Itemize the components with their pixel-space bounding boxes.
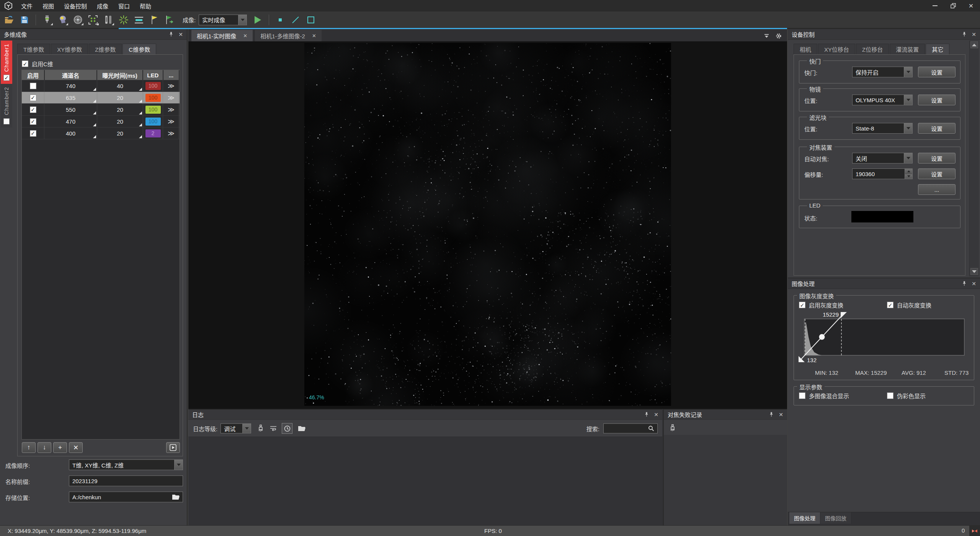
filter-set-button[interactable]: 设置 xyxy=(918,123,956,134)
log-level-select[interactable]: 调试 xyxy=(220,423,251,433)
multidim-tab-2[interactable]: XY维参数 xyxy=(51,44,88,54)
illumination-config-icon[interactable] xyxy=(55,13,70,27)
flag-go-icon[interactable] xyxy=(162,13,177,27)
minimize-button[interactable] xyxy=(926,0,944,11)
device-tab-3[interactable]: Z位移台 xyxy=(856,44,889,54)
pseudo-color-checkbox[interactable] xyxy=(887,392,893,399)
close-panel-icon[interactable]: ✕ xyxy=(178,32,183,37)
black-point-handle[interactable] xyxy=(799,356,805,362)
channel-row-740[interactable]: 74040100≫ xyxy=(22,80,180,92)
draw-line-tool[interactable] xyxy=(288,13,303,27)
menu-item-4[interactable]: 成像 xyxy=(92,0,113,11)
led-intensity-badge[interactable]: 100 xyxy=(145,94,161,102)
tab-close-icon[interactable]: ✕ xyxy=(312,33,316,39)
column-header-5[interactable]: ... xyxy=(163,70,179,80)
white-point-handle[interactable] xyxy=(841,312,847,318)
channel-name-cell[interactable]: 550 xyxy=(44,104,97,115)
pin-icon[interactable] xyxy=(168,31,174,37)
objective-select[interactable]: OLYMPUS 40X xyxy=(852,95,913,105)
filter-block-config-icon[interactable] xyxy=(101,13,116,27)
menu-item-6[interactable]: 帮助 xyxy=(135,0,156,11)
move-down-button[interactable]: ↓ xyxy=(38,442,51,453)
led-intensity-badge[interactable]: 100 xyxy=(145,118,161,126)
run-channel-button[interactable] xyxy=(166,442,180,453)
channel-row-470[interactable]: 47020100≫ xyxy=(22,116,180,127)
image-viewport[interactable]: 46.7% xyxy=(188,41,787,409)
channel-name-cell[interactable]: 740 xyxy=(44,80,97,92)
pin-icon[interactable] xyxy=(769,412,774,417)
add-channel-button[interactable]: + xyxy=(53,442,67,453)
camera-aperture-icon[interactable] xyxy=(70,13,85,27)
exposure-cell[interactable]: 20 xyxy=(97,116,143,127)
pin-icon[interactable] xyxy=(962,31,967,37)
save-icon[interactable] xyxy=(17,13,32,27)
device-tab-5[interactable]: 其它 xyxy=(926,44,949,54)
offset-decrement[interactable] xyxy=(905,174,912,179)
offset-increment[interactable] xyxy=(905,169,912,174)
imaging-order-dropdown-arrow[interactable] xyxy=(174,460,183,470)
row-enable-checkbox[interactable] xyxy=(30,83,36,89)
draw-point-tool[interactable] xyxy=(273,13,288,27)
close-panel-icon[interactable]: ✕ xyxy=(654,412,658,417)
shutter-dropdown-arrow[interactable] xyxy=(904,67,912,77)
multidim-tab-4[interactable]: C维参数 xyxy=(122,44,156,54)
clear-records-icon[interactable] xyxy=(669,424,676,432)
led-panel-config-icon[interactable] xyxy=(85,13,101,27)
gamma-handle[interactable] xyxy=(819,334,825,340)
chamber-tab-chamber2[interactable]: Chamber2 xyxy=(1,84,12,127)
multi-image-blend-checkbox[interactable] xyxy=(799,392,805,399)
log-search-input[interactable] xyxy=(603,423,658,433)
timestamp-toggle-button[interactable] xyxy=(282,423,292,434)
row-enable-checkbox[interactable] xyxy=(30,106,36,113)
scroll-down-arrow[interactable] xyxy=(970,268,978,275)
viewer-settings-gear-icon[interactable] xyxy=(776,33,782,39)
row-enable-checkbox[interactable] xyxy=(30,118,36,125)
device-scrollbar[interactable] xyxy=(969,41,979,276)
live-image-frame[interactable]: 46.7% xyxy=(304,43,671,406)
stage-level-icon[interactable] xyxy=(131,13,147,27)
offset-set-button[interactable]: 设置 xyxy=(918,168,956,179)
channel-name-cell[interactable]: 400 xyxy=(44,127,97,139)
autofocus-select[interactable]: 关闭 xyxy=(852,153,913,163)
flag-marker-icon[interactable] xyxy=(147,13,162,27)
row-enable-checkbox[interactable] xyxy=(30,95,36,101)
clear-log-icon[interactable] xyxy=(257,425,264,432)
close-panel-icon[interactable]: ✕ xyxy=(972,32,976,37)
column-header-1[interactable]: 启用 xyxy=(22,70,44,80)
shutter-set-button[interactable]: 设置 xyxy=(918,67,956,77)
multidim-tab-1[interactable]: T维参数 xyxy=(17,44,50,54)
column-header-2[interactable]: 通道名 xyxy=(45,70,96,80)
light-burst-icon[interactable] xyxy=(116,13,131,27)
chamber-checkbox[interactable] xyxy=(3,75,10,81)
pin-icon[interactable] xyxy=(962,281,967,286)
device-tab-4[interactable]: 灌流装置 xyxy=(890,44,925,54)
scroll-up-arrow[interactable] xyxy=(970,41,978,48)
filter-dropdown-arrow[interactable] xyxy=(904,123,912,133)
device-tab-1[interactable]: 相机 xyxy=(794,44,817,54)
column-header-3[interactable]: 曝光时间(ms) xyxy=(97,70,142,80)
live-image[interactable] xyxy=(304,43,671,406)
close-panel-icon[interactable]: ✕ xyxy=(779,412,783,417)
imaging-mode-select[interactable]: 实时成像 xyxy=(199,15,247,25)
pin-icon[interactable] xyxy=(644,412,649,417)
log-content[interactable] xyxy=(188,436,662,526)
focus-fail-content[interactable] xyxy=(664,435,787,526)
menu-item-2[interactable]: 视图 xyxy=(38,0,59,11)
channel-name-cell[interactable]: 470 xyxy=(44,116,97,127)
menu-item-1[interactable]: 文件 xyxy=(16,0,38,11)
channel-row-550[interactable]: 55020100≫ xyxy=(22,104,180,116)
proc-tab-2[interactable]: 图像回放 xyxy=(820,512,851,524)
channel-row-400[interactable]: 400202≫ xyxy=(22,127,180,139)
column-header-4[interactable]: LED xyxy=(143,70,163,80)
remove-channel-button[interactable]: ✕ xyxy=(69,442,83,453)
chamber-checkbox[interactable] xyxy=(3,118,10,124)
autofocus-set-button[interactable]: 设置 xyxy=(918,153,956,163)
led-intensity-badge[interactable]: 100 xyxy=(145,106,161,114)
row-expand-button[interactable]: ≫ xyxy=(163,92,179,103)
search-icon[interactable] xyxy=(648,425,654,431)
led-intensity-badge[interactable]: 100 xyxy=(145,82,161,90)
move-up-button[interactable]: ↑ xyxy=(22,442,36,453)
connection-indicator[interactable] xyxy=(969,526,980,536)
name-prefix-input[interactable]: 20231129 xyxy=(69,476,183,486)
filter-select[interactable]: State-8 xyxy=(852,123,913,134)
